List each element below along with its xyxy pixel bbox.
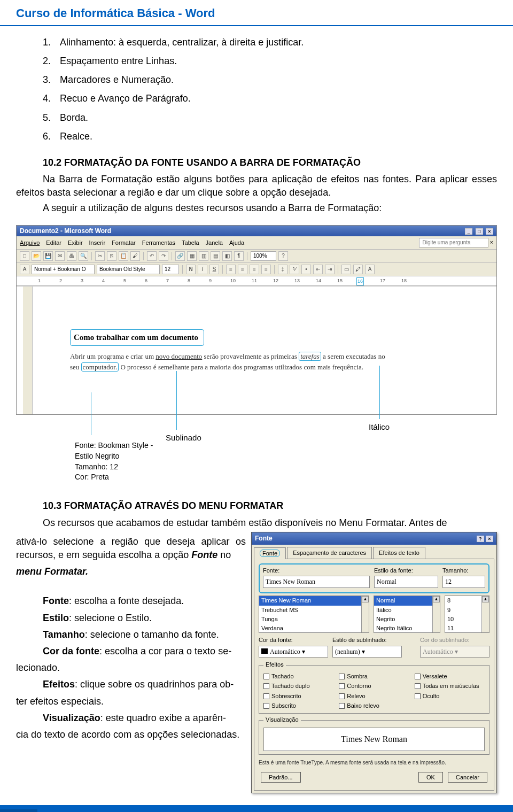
font-dropdown[interactable]: Bookman Old Style	[97, 265, 160, 274]
vertical-ruler[interactable]	[23, 287, 33, 414]
outdent-icon[interactable]: ⇤	[313, 265, 323, 274]
menu-tabela[interactable]: Tabela	[182, 239, 199, 247]
input-sublinhado[interactable]: (nenhum) ▾	[332, 646, 402, 658]
list-item[interactable]: Negrito Itálico	[374, 624, 440, 633]
menu-ajuda[interactable]: Ajuda	[229, 239, 244, 247]
table-icon[interactable]: ▦	[187, 251, 197, 261]
undo-icon[interactable]: ↶	[147, 251, 157, 261]
check-contorno[interactable]: Contorno	[339, 682, 409, 690]
list-item[interactable]: Tunga	[259, 615, 369, 624]
list-item[interactable]: Negrito	[374, 615, 440, 624]
close-icon[interactable]: ×	[486, 536, 493, 542]
help-search-input[interactable]: Digite uma pergunta	[419, 238, 488, 248]
line-spacing-icon[interactable]: ‡	[278, 265, 287, 274]
cut-icon[interactable]: ✂	[95, 251, 105, 261]
style-dropdown[interactable]: Normal + Bookman O	[32, 265, 95, 274]
highlight-icon[interactable]: 🖍	[353, 265, 363, 274]
check-versalete[interactable]: Versalete	[415, 672, 485, 680]
horizontal-ruler[interactable]: 1 2 3 4 5 6 7 8 9 10 11 12 13 14 15 16 1…	[17, 276, 496, 286]
bullets-icon[interactable]: •	[301, 265, 311, 274]
list-item[interactable]: Verdana	[259, 624, 369, 633]
menu-janela[interactable]: Janela	[206, 239, 223, 247]
style-list[interactable]: Normal Itálico Negrito Negrito Itálico ▲	[374, 596, 440, 633]
check-tachado[interactable]: Tachado	[263, 672, 333, 680]
cancel-button[interactable]: Cancelar	[448, 772, 487, 783]
list-item[interactable]: Normal	[374, 596, 440, 605]
tab-efeitos-texto[interactable]: Efeitos de texto	[373, 547, 425, 559]
save-icon[interactable]: 💾	[43, 251, 53, 261]
menu-editar[interactable]: Editar	[46, 239, 61, 247]
indent-icon[interactable]: ⇥	[325, 265, 335, 274]
close-icon[interactable]: ×	[486, 228, 493, 235]
check-subscrito[interactable]: Subscrito	[263, 702, 333, 710]
font-size-dropdown[interactable]: 12	[162, 265, 179, 274]
open-icon[interactable]: 📂	[32, 251, 41, 261]
menu-ferramentas[interactable]: Ferramentas	[142, 239, 175, 247]
font-list[interactable]: Times New Roman Trebuchet MS Tunga Verda…	[259, 596, 369, 633]
section-10-2-head: 10.2 FORMATAÇÃO DA FONTE USANDO A BARRA …	[43, 156, 497, 169]
menu-formatar[interactable]: Formatar	[112, 239, 136, 247]
input-cor[interactable]: Automático ▾	[259, 646, 328, 658]
columns-icon[interactable]: ▤	[211, 251, 220, 261]
menu-arquivo[interactable]: Arquivo	[20, 239, 40, 247]
tab-espacamento[interactable]: Espaçamento de caracteres	[287, 547, 372, 559]
check-tachado-duplo[interactable]: Tachado duplo	[263, 682, 333, 690]
align-left-icon[interactable]: ≡	[226, 265, 236, 274]
list-item[interactable]: Trebuchet MS	[259, 606, 369, 615]
ok-button[interactable]: OK	[418, 772, 443, 783]
maximize-icon[interactable]: □	[476, 228, 483, 235]
font-color-icon[interactable]: A	[365, 265, 375, 274]
italic-button[interactable]: I	[198, 265, 207, 274]
border-icon[interactable]: ▭	[341, 265, 351, 274]
check-baixo-relevo[interactable]: Baixo relevo	[339, 702, 409, 710]
copy-icon[interactable]: ⎘	[107, 251, 116, 261]
check-oculto[interactable]: Oculto	[415, 692, 485, 700]
excel-icon[interactable]: ▥	[199, 251, 208, 261]
check-relevo[interactable]: Relevo	[339, 692, 409, 700]
minimize-icon[interactable]: _	[465, 228, 472, 235]
list-item[interactable]: Times New Roman	[259, 596, 369, 605]
padrao-button[interactable]: Padrão...	[261, 772, 301, 783]
paste-icon[interactable]: 📋	[119, 251, 128, 261]
map-icon[interactable]: ¶	[234, 251, 244, 261]
visualizacao-fieldset: Visualização Times New Roman	[259, 716, 489, 754]
check-maiusculas[interactable]: Todas em maiúsculas	[415, 682, 485, 690]
new-icon[interactable]: □	[20, 251, 29, 261]
redo-icon[interactable]: ↷	[159, 251, 168, 261]
dialog-info: Esta é uma fonte TrueType. A mesma fonte…	[259, 757, 489, 769]
styles-pane-icon[interactable]: A	[20, 265, 29, 274]
print-icon[interactable]: 🖶	[67, 251, 76, 261]
input-fonte[interactable]: Times New Roman	[263, 576, 370, 588]
format-painter-icon[interactable]: 🖌	[130, 251, 140, 261]
scrollbar[interactable]: ▲	[361, 596, 369, 632]
align-right-icon[interactable]: ≡	[250, 265, 259, 274]
document-area[interactable]: Como trabalhar com um documento Abrir um…	[17, 286, 496, 414]
ruler-marker: 16	[356, 277, 364, 285]
help-icon[interactable]: ?	[477, 536, 484, 542]
link-icon[interactable]: 🔗	[175, 251, 185, 261]
help-icon[interactable]: ?	[278, 251, 288, 261]
scrollbar[interactable]: ▲	[432, 596, 440, 632]
mail-icon[interactable]: ✉	[55, 251, 65, 261]
input-cor-sublinhado: Automático ▾	[420, 646, 489, 658]
preview-icon[interactable]: 🔍	[79, 251, 88, 261]
tab-fonte[interactable]: Fonte	[254, 547, 286, 559]
check-sombra[interactable]: Sombra	[339, 672, 409, 680]
list-item[interactable]: Itálico	[374, 606, 440, 615]
menu-exibir[interactable]: Exibir	[68, 239, 83, 247]
bold-button[interactable]: N	[186, 265, 196, 274]
menu-inserir[interactable]: Inserir	[89, 239, 106, 247]
underline-button[interactable]: S	[209, 265, 219, 274]
zoom-input[interactable]: 100%	[251, 251, 276, 261]
drawing-icon[interactable]: ◧	[222, 251, 232, 261]
list-item: 3.Marcadores e Numeração.	[43, 73, 497, 87]
input-estilo[interactable]: Normal	[374, 576, 438, 588]
size-list[interactable]: 8 9 10 11 12 ▲	[445, 596, 489, 633]
align-justify-icon[interactable]: ≡	[261, 265, 271, 274]
close-help-icon[interactable]: ×	[490, 239, 493, 245]
numbering-icon[interactable]: ⅟	[290, 265, 299, 274]
scrollbar[interactable]: ▲	[481, 596, 489, 632]
input-tamanho[interactable]: 12	[442, 576, 485, 588]
align-center-icon[interactable]: ≡	[238, 265, 247, 274]
check-sobrescrito[interactable]: Sobrescrito	[263, 692, 333, 700]
